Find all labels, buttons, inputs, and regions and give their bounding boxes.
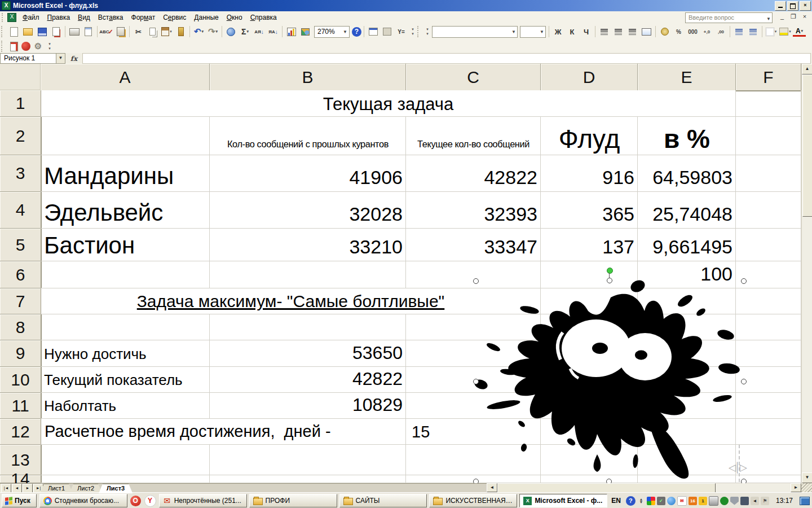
column-header-F[interactable]: F	[736, 64, 801, 91]
menu-Формат[interactable]: Формат	[127, 12, 160, 23]
redo-icon[interactable]: ↷▾	[206, 25, 219, 38]
menu-Правка[interactable]: Правка	[43, 12, 74, 23]
dropdown-icon[interactable]: ▾	[170, 29, 172, 34]
preview-icon[interactable]	[82, 25, 95, 38]
resize-handle-mid-right[interactable]	[741, 379, 747, 384]
doc-minimize-button[interactable]: _	[778, 13, 786, 20]
alignc-icon[interactable]	[612, 25, 625, 38]
cell-D2[interactable]: Флуд	[541, 117, 638, 155]
cell-C3[interactable]: 42822	[406, 155, 541, 192]
cell-B2[interactable]: Кол-во сообщений с прошлых курантов	[214, 117, 402, 155]
reddot-icon[interactable]	[21, 42, 30, 51]
usb-icon[interactable]: ✓	[657, 497, 665, 505]
cell-E3[interactable]: 64,59803	[638, 155, 736, 192]
row-header-10[interactable]: 10	[0, 367, 42, 393]
cell-E4[interactable]: 25,74048	[638, 192, 736, 229]
name-box-dropdown-icon[interactable]: ▼	[56, 53, 65, 64]
horizontal-scroll-thumb[interactable]	[497, 483, 716, 493]
column-header-E[interactable]: E	[638, 64, 736, 91]
italic-icon[interactable]: К	[566, 25, 579, 38]
fill-icon[interactable]: ▾	[779, 25, 792, 38]
paste-icon[interactable]: ▾	[160, 25, 173, 38]
antivirus-icon[interactable]: 16	[689, 497, 697, 505]
workbook-icon[interactable]: X	[7, 13, 16, 22]
formula-input[interactable]	[82, 53, 811, 64]
toolbar-options-icon[interactable]: ▾▾	[46, 40, 53, 52]
help-icon[interactable]: ?	[352, 27, 361, 37]
taskbar-button[interactable]: САЙТЫ	[339, 494, 427, 507]
underline-icon[interactable]: Ч	[580, 25, 593, 38]
incdec-icon[interactable]: +,0	[700, 25, 713, 38]
tray-mail-icon[interactable]: ✉	[677, 496, 687, 506]
fontcolor-icon[interactable]: А▾	[793, 27, 806, 37]
zoom-dropdown-icon[interactable]: ▼	[343, 29, 347, 34]
column-header-D[interactable]: D	[541, 64, 638, 91]
indent-icon[interactable]	[747, 25, 760, 38]
cell-D5[interactable]: 137	[541, 229, 638, 261]
menu-Вставка[interactable]: Вставка	[94, 12, 127, 23]
row-header-1[interactable]: 1	[0, 90, 42, 117]
notification-icon[interactable]: 1	[699, 497, 707, 505]
toolbar-grip[interactable]	[1, 41, 5, 52]
cell-E2[interactable]: в %	[638, 117, 736, 155]
ink-splat-picture[interactable]	[471, 278, 756, 484]
question-dropdown-icon[interactable]: ▼	[766, 15, 771, 24]
resize-handle-mid-left[interactable]	[473, 379, 479, 384]
merge-icon[interactable]	[640, 25, 653, 38]
open-icon[interactable]	[21, 25, 34, 38]
scroll-left-icon[interactable]: ◄	[487, 483, 497, 492]
shield-icon[interactable]	[730, 497, 739, 505]
dropdown-icon[interactable]: ▼	[540, 29, 544, 34]
yandex-icon[interactable]: Y	[144, 495, 156, 507]
cell-A12[interactable]: Расчетное время достижения, дней -	[41, 419, 405, 444]
cell-D3[interactable]: 916	[541, 155, 638, 192]
flag-icon[interactable]: ⚑	[761, 497, 769, 505]
cell-A3[interactable]: Мандарины	[41, 155, 210, 192]
opera-icon[interactable]: O	[130, 496, 141, 506]
pdf-icon[interactable]	[7, 40, 20, 52]
close-button[interactable]: ×	[800, 1, 811, 11]
dropdown-icon[interactable]: ▾	[202, 29, 204, 34]
ask-question-input[interactable]: Введите вопрос ▼	[685, 12, 773, 23]
chart-icon[interactable]	[285, 25, 298, 38]
box-icon[interactable]	[381, 25, 394, 38]
alignl-icon[interactable]	[598, 25, 611, 38]
resize-grip[interactable]	[801, 483, 812, 492]
cell-A4[interactable]: Эдельвейс	[41, 192, 210, 229]
resize-handle-top-center[interactable]	[607, 278, 612, 283]
row-header-9[interactable]: 9	[0, 340, 42, 367]
menu-Сервис[interactable]: Сервис	[159, 12, 190, 23]
percent-icon[interactable]: %	[672, 25, 685, 38]
cell-A5[interactable]: Бастион	[41, 229, 210, 261]
cell-A7[interactable]: Задача максимум- "Самые болтливые"	[41, 288, 540, 314]
insert-function-icon[interactable]: fx	[65, 55, 82, 63]
gear-icon[interactable]: ⚙	[32, 40, 45, 52]
print-icon[interactable]	[68, 25, 81, 38]
menu-Окно[interactable]: Окно	[223, 12, 246, 23]
cell-A9[interactable]: Нужно достичь	[41, 340, 210, 367]
sheet-tab-Лист3[interactable]: Лист3	[99, 484, 133, 493]
next-sheet-icon[interactable]: ►	[23, 484, 33, 493]
dedent-icon[interactable]	[732, 25, 745, 38]
borders-icon[interactable]: ▾	[765, 25, 778, 38]
cell-A11[interactable]: Наболтать	[41, 393, 210, 419]
cell-B11[interactable]: 10829	[210, 393, 406, 419]
language-indicator[interactable]: EN	[608, 496, 624, 506]
nvidia-icon[interactable]	[720, 497, 729, 505]
restore-button[interactable]	[787, 1, 798, 11]
name-box[interactable]: Рисунок 1	[0, 53, 56, 64]
taskbar-button[interactable]: ПРОФИ	[249, 494, 337, 507]
hyperlink-icon[interactable]	[224, 25, 237, 38]
doc-restore-button[interactable]: ❐	[789, 13, 797, 20]
cell-B3[interactable]: 41906	[210, 155, 406, 192]
dropdown-icon[interactable]: ▾	[775, 29, 777, 34]
cell-B9[interactable]: 53650	[210, 340, 406, 367]
decdec-icon[interactable]: ,00	[714, 25, 727, 38]
prev-sheet-icon[interactable]: ◄	[12, 484, 22, 493]
scroll-right-icon[interactable]: ►	[791, 483, 801, 492]
cell-B10[interactable]: 42822	[210, 367, 406, 393]
spelling-icon[interactable]: ABC	[100, 25, 113, 38]
research-icon[interactable]	[114, 25, 127, 38]
start-button[interactable]: Пуск	[2, 494, 37, 507]
vertical-scrollbar[interactable]: ▲ ▼	[801, 64, 812, 483]
